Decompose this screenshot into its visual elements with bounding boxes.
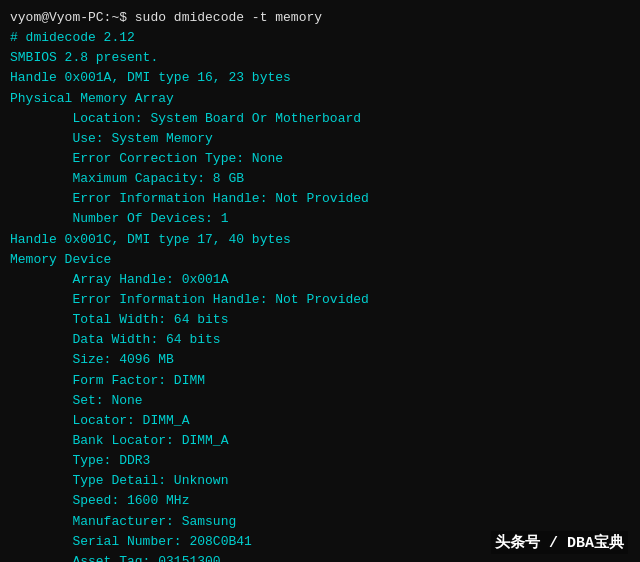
terminal-line: Physical Memory Array <box>10 89 630 109</box>
terminal-window: vyom@Vyom-PC:~$ sudo dmidecode -t memory… <box>0 0 640 562</box>
terminal-line: SMBIOS 2.8 present. <box>10 48 630 68</box>
terminal-line: Number Of Devices: 1 <box>10 209 630 229</box>
terminal-line: Error Correction Type: None <box>10 149 630 169</box>
terminal-line: Locator: DIMM_A <box>10 411 630 431</box>
terminal-line: Handle 0x001C, DMI type 17, 40 bytes <box>10 230 630 250</box>
terminal-line: Error Information Handle: Not Provided <box>10 189 630 209</box>
terminal-line: Maximum Capacity: 8 GB <box>10 169 630 189</box>
terminal-line: Manufacturer: Samsung <box>10 512 630 532</box>
terminal-line: Array Handle: 0x001A <box>10 270 630 290</box>
terminal-line: Error Information Handle: Not Provided <box>10 290 630 310</box>
terminal-line: Handle 0x001A, DMI type 16, 23 bytes <box>10 68 630 88</box>
terminal-line: Memory Device <box>10 250 630 270</box>
terminal-line: Set: None <box>10 391 630 411</box>
terminal-line: vyom@Vyom-PC:~$ sudo dmidecode -t memory <box>10 8 630 28</box>
terminal-line: Use: System Memory <box>10 129 630 149</box>
terminal-line: Speed: 1600 MHz <box>10 491 630 511</box>
terminal-line: Data Width: 64 bits <box>10 330 630 350</box>
terminal-line: # dmidecode 2.12 <box>10 28 630 48</box>
terminal-line: Bank Locator: DIMM_A <box>10 431 630 451</box>
terminal-line: Size: 4096 MB <box>10 350 630 370</box>
watermark: 头条号 / DBA宝典 <box>491 531 628 554</box>
terminal-line: Type Detail: Unknown <box>10 471 630 491</box>
terminal-line: Location: System Board Or Motherboard <box>10 109 630 129</box>
terminal-line: Type: DDR3 <box>10 451 630 471</box>
terminal-output: vyom@Vyom-PC:~$ sudo dmidecode -t memory… <box>10 8 630 562</box>
terminal-line: Total Width: 64 bits <box>10 310 630 330</box>
terminal-line: Form Factor: DIMM <box>10 371 630 391</box>
